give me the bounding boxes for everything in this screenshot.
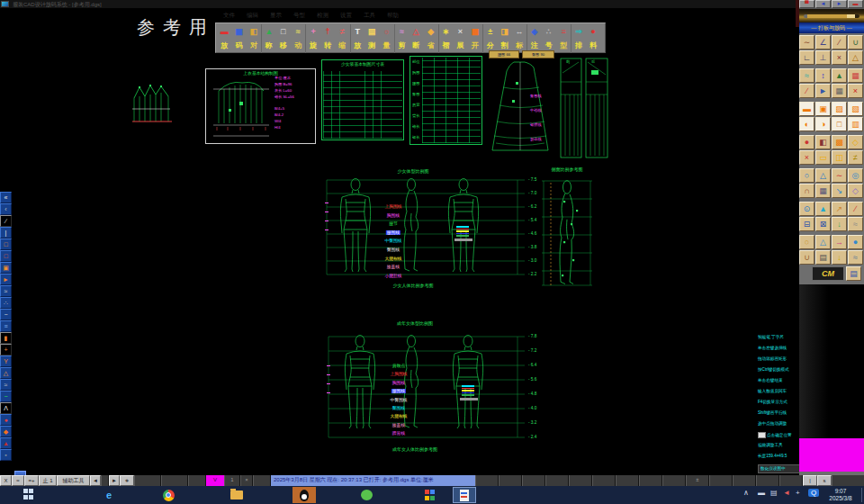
toolbar-icon[interactable]: 省 [423, 39, 437, 53]
tool-button[interactable]: ◐ [799, 117, 814, 131]
status-cell[interactable]: ≈ [12, 475, 24, 486]
toolbar-icon[interactable]: ▤ [364, 24, 379, 39]
tool-button[interactable]: ↘ [832, 184, 847, 198]
toolbar-icon[interactable]: □ [276, 24, 291, 39]
left-tool-button[interactable]: ‹ [0, 203, 12, 215]
left-tool-button[interactable]: □ [0, 238, 12, 250]
left-tool-button[interactable]: ● [0, 414, 12, 426]
left-tool-button[interactable]: ∴ [0, 297, 12, 309]
status-cell[interactable]: ∗ [120, 475, 134, 486]
menu-item[interactable]: 帮助 [387, 12, 399, 20]
toolbar-icon[interactable]: † [320, 24, 335, 39]
tool-button[interactable]: ⊟ [799, 217, 814, 231]
toolbar-icon[interactable]: 动 [291, 39, 305, 53]
tool-button[interactable]: ≈ [848, 250, 863, 265]
tool-button[interactable]: ⊙ [799, 202, 814, 216]
left-tool-button[interactable]: △ [0, 367, 12, 379]
tool-button[interactable]: ≈ [799, 68, 814, 83]
toolbar-icon[interactable]: 排 [571, 39, 585, 53]
hint-checkbox[interactable] [758, 432, 766, 438]
toolbar-icon[interactable]: ▩ [468, 24, 482, 39]
tool-button[interactable]: ○ [799, 168, 814, 183]
tool-button[interactable]: ▲ [832, 68, 847, 83]
tool-button[interactable]: ⊠ [815, 217, 831, 231]
left-tool-button[interactable]: Λ [0, 402, 12, 414]
toolbar-icon[interactable]: ▲ [261, 24, 275, 39]
tool-button[interactable]: △ [848, 50, 863, 65]
taskbar-app-app-grid[interactable] [418, 487, 442, 503]
taskbar-app-ie[interactable]: e [97, 487, 121, 503]
tray-icon[interactable]: ∧ [743, 489, 749, 497]
toolbar-icon[interactable]: 码 [231, 39, 246, 53]
toolbar-icon[interactable]: ↔ [512, 24, 526, 39]
toolbar-icon[interactable]: ☼ [379, 24, 393, 39]
drawing-canvas[interactable]: 文件编辑显示号型检测设置工具帮助 参考用 ▬▦◧▲□≈+†≠T▤☼≈△◆∗×▩±… [0, 8, 796, 475]
toolbar-icon[interactable]: ≈ [291, 24, 305, 39]
tool-button[interactable]: ▥ [848, 117, 863, 131]
toolbar-icon[interactable]: 展 [453, 39, 467, 53]
toolbar-icon[interactable]: 放 [350, 39, 364, 53]
toolbar-icon[interactable]: ≈ [394, 24, 409, 39]
tool-button[interactable]: ∼ [832, 168, 847, 183]
tray-icon[interactable]: ▬ [758, 489, 765, 497]
toolbar-icon[interactable]: ≠ [335, 24, 349, 39]
toolbar-icon[interactable]: × [453, 24, 467, 39]
toolbar-icon[interactable]: 测 [364, 39, 379, 53]
status-cell[interactable]: =+ [24, 475, 39, 486]
tool-button[interactable]: ▤ [815, 250, 831, 265]
tool-button[interactable]: × [832, 50, 847, 65]
toolbar-icon[interactable]: ∗ [438, 24, 453, 39]
left-tool-button[interactable]: ▲ [0, 437, 12, 449]
tool-button[interactable]: ↗ [832, 202, 847, 216]
tool-button[interactable]: △ [815, 168, 831, 183]
left-tool-button[interactable]: ► [0, 274, 12, 285]
tool-button[interactable]: ○ [799, 235, 814, 249]
status-cell[interactable]: ► [109, 475, 120, 486]
tool-button[interactable]: ◇ [848, 184, 863, 198]
tool-button[interactable]: □ [832, 117, 847, 131]
menu-item[interactable]: 号型 [293, 12, 305, 20]
tool-button[interactable]: ◇ [848, 135, 863, 149]
toolbar-icon[interactable]: ∴ [542, 24, 556, 39]
left-tool-button[interactable]: ≡ [0, 320, 12, 332]
tray-icon[interactable]: Q [808, 489, 819, 497]
tray-icon[interactable]: + [796, 489, 800, 497]
left-tool-button[interactable]: ▣ [0, 262, 12, 274]
tool-button[interactable]: ◑ [815, 117, 831, 131]
tool-button[interactable]: ▦ [848, 68, 863, 83]
left-tool-button[interactable]: □ [0, 250, 12, 262]
menu-item[interactable]: 工具 [364, 12, 375, 20]
tool-button[interactable]: → [832, 235, 847, 249]
toolbar-icon[interactable]: ◧ [247, 24, 261, 39]
toolbar-icon[interactable]: △ [409, 24, 423, 39]
tool-button[interactable]: ▧ [848, 102, 863, 116]
panel-mini-button[interactable]: ▀ [799, 0, 814, 8]
tool-button[interactable]: ∼ [799, 35, 814, 50]
toolbar-icon[interactable]: 开 [468, 39, 482, 53]
tool-button[interactable]: ∕ [848, 202, 863, 216]
left-tool-button[interactable]: − [0, 391, 12, 402]
tool-button[interactable]: ↓ [832, 217, 847, 231]
unit-cm-button[interactable]: CM [812, 266, 844, 281]
menu-item[interactable]: 文件 [223, 12, 235, 20]
status-cell[interactable]: ◄ [90, 475, 101, 486]
menu-item[interactable]: 显示 [270, 12, 282, 20]
taskbar-app-cad[interactable] [453, 487, 476, 503]
left-tool-button[interactable]: ◆ [0, 426, 12, 437]
left-tool-button[interactable]: ▪ [0, 449, 12, 461]
tool-button[interactable]: ▨ [832, 102, 847, 116]
toolbar-icon[interactable]: ◈ [526, 24, 541, 39]
tray-icon[interactable]: ◄ [783, 489, 790, 497]
toolbar-icon[interactable]: ● [586, 24, 600, 39]
status-cell[interactable]: s [817, 475, 832, 486]
toolbar-icon[interactable]: 缩 [335, 39, 349, 53]
tool-button[interactable]: × [799, 150, 814, 165]
tool-button[interactable]: × [848, 84, 863, 98]
toolbar-icon[interactable]: ◆ [423, 24, 437, 39]
left-tool-button[interactable]: « [0, 192, 12, 203]
show-desktop-edge[interactable] [861, 488, 862, 502]
toolbar-icon[interactable]: 放 [217, 39, 231, 53]
app-icon[interactable] [1, 1, 9, 7]
left-tool-button[interactable]: ▮ [0, 332, 12, 344]
menu-item[interactable]: 检测 [317, 12, 328, 20]
